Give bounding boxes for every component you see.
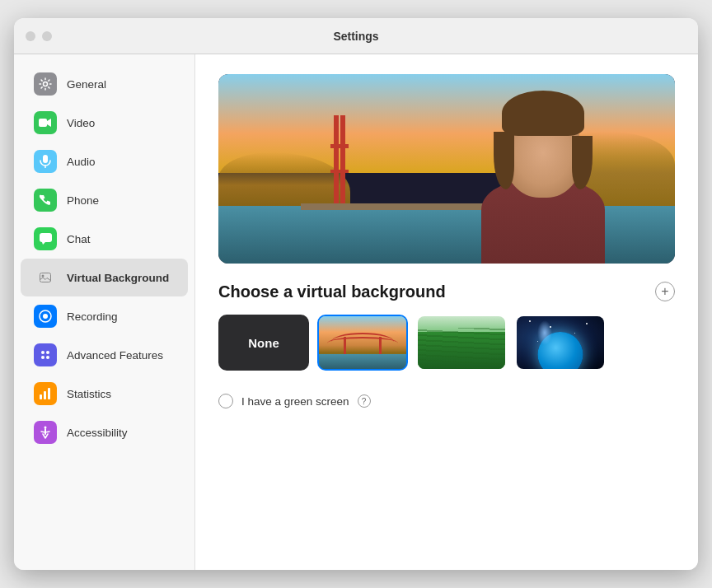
choose-background-title: Choose a virtual background: [218, 282, 446, 301]
minimize-button[interactable]: [42, 31, 52, 41]
phone-icon: [34, 189, 57, 212]
close-button[interactable]: [26, 31, 35, 41]
svg-rect-2: [43, 155, 48, 163]
video-icon: [34, 111, 57, 134]
advanced-features-label: Advanced Features: [67, 349, 163, 362]
svg-rect-5: [40, 273, 51, 282]
statistics-icon: [34, 382, 57, 405]
chat-label: Chat: [67, 233, 91, 245]
content-area: General Video: [14, 54, 698, 570]
general-icon: [34, 72, 57, 96]
svg-point-11: [41, 356, 44, 359]
sidebar: General Video: [14, 54, 195, 570]
sidebar-item-advanced-features[interactable]: Advanced Features: [21, 336, 188, 374]
accessibility-label: Accessibility: [67, 427, 128, 439]
svg-rect-13: [40, 394, 42, 399]
sidebar-item-general[interactable]: General: [21, 65, 188, 103]
svg-rect-15: [48, 388, 50, 399]
green-screen-row: I have a green screen ?: [218, 394, 675, 408]
titlebar: Settings: [14, 18, 698, 54]
svg-point-10: [46, 351, 49, 354]
svg-point-0: [44, 82, 48, 86]
svg-point-12: [46, 356, 49, 359]
svg-rect-4: [40, 233, 52, 242]
sidebar-item-virtual-background[interactable]: Virtual Background: [21, 259, 188, 296]
virtual-background-icon: [34, 266, 57, 289]
backgrounds-grid: None: [218, 315, 675, 371]
advanced-features-icon: [34, 343, 57, 366]
sidebar-item-statistics[interactable]: Statistics: [21, 375, 188, 413]
recording-icon: [34, 305, 57, 328]
help-icon-mark: ?: [362, 397, 367, 406]
phone-label: Phone: [67, 194, 99, 207]
audio-label: Audio: [67, 156, 96, 168]
background-preview: [218, 74, 675, 264]
background-option-bridge[interactable]: [317, 315, 408, 371]
add-background-button[interactable]: +: [655, 282, 675, 301]
statistics-label: Statistics: [67, 388, 111, 400]
audio-icon: [34, 150, 57, 173]
svg-point-6: [42, 275, 44, 278]
green-screen-label: I have a green screen: [241, 395, 349, 408]
background-option-none[interactable]: None: [218, 315, 309, 371]
main-panel: Choose a virtual background + None: [195, 54, 698, 570]
window-title: Settings: [333, 30, 378, 43]
background-option-grass[interactable]: [416, 315, 507, 371]
chat-icon: [34, 227, 57, 250]
background-option-space[interactable]: [515, 315, 606, 371]
general-label: General: [67, 78, 106, 91]
add-icon: +: [661, 284, 668, 299]
settings-window: Settings General: [14, 18, 698, 570]
virtual-background-label: Virtual Background: [67, 272, 169, 284]
sidebar-item-chat[interactable]: Chat: [21, 220, 188, 258]
choose-background-header: Choose a virtual background +: [218, 282, 675, 301]
svg-rect-1: [39, 119, 47, 127]
sidebar-item-recording[interactable]: Recording: [21, 297, 188, 335]
sidebar-item-phone[interactable]: Phone: [21, 181, 188, 219]
help-icon[interactable]: ?: [358, 394, 371, 408]
video-label: Video: [67, 117, 95, 129]
none-label: None: [248, 336, 279, 350]
sidebar-item-video[interactable]: Video: [21, 104, 188, 142]
svg-rect-14: [44, 391, 46, 399]
sidebar-item-audio[interactable]: Audio: [21, 142, 188, 180]
green-screen-radio[interactable]: [218, 394, 233, 408]
svg-point-9: [41, 351, 44, 354]
recording-label: Recording: [67, 310, 118, 323]
svg-point-8: [43, 314, 48, 319]
accessibility-icon: [34, 421, 57, 444]
traffic-lights: [26, 31, 52, 41]
sidebar-item-accessibility[interactable]: Accessibility: [21, 413, 188, 451]
